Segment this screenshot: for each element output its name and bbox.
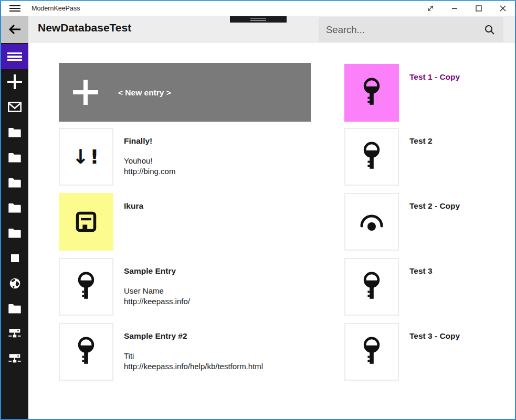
entry-notes: Titi [124,351,134,360]
back-button[interactable] [1,16,28,43]
new-entry-label: < New entry > [118,88,171,98]
back-arrow-icon [8,24,22,35]
diagonal-resize-icon [427,5,434,12]
entry-url: http://keepass.info/ [124,297,190,306]
app-title: ModernKeePass [31,5,80,12]
sidebar-item-folder-group[interactable] [1,120,28,145]
folder-icon [8,152,22,163]
globe-icon [9,277,21,289]
entry-row-test2-copy[interactable]: Test 2 - Copy [344,193,512,251]
entry-row-test3-copy[interactable]: Test 3 - Copy [344,323,512,381]
folder-icon [8,177,22,188]
search-icon [485,25,495,35]
folder-icon [8,202,22,213]
arc-dot-icon [359,211,385,232]
entry-row-sample-entry[interactable]: Sample Entry User Name http://keepass.in… [59,258,316,316]
entry-icon-tile [344,193,399,251]
search-box [319,17,503,42]
plus-icon [7,74,23,90]
entry-row-test2[interactable]: Test 2 [344,128,512,186]
key-icon [362,142,382,172]
search-input[interactable] [326,17,473,42]
square-icon [11,254,19,262]
key-icon [362,78,382,108]
maximize-button[interactable] [467,1,491,16]
entry-icon-tile [59,193,113,251]
page-header: NewDatabaseTest [1,16,515,43]
sidebar-item-square-group[interactable] [1,245,28,271]
entry-notes: User Name [124,286,164,295]
entry-title: Ikura [124,201,334,211]
folder-icon [8,303,22,314]
command-bar-more-handle[interactable] [230,16,287,23]
entry-title: Finally! [124,136,334,146]
entry-row-ikura[interactable]: Ikura [59,193,316,251]
entry-title: Test 3 - Copy [409,331,516,341]
close-icon [500,5,506,12]
folder-icon [8,228,22,239]
sidebar-item-mail-group[interactable] [1,94,28,120]
entry-grid: < New entry > ↓! Finally! Youhou! http:/… [28,43,515,419]
titlebar-hamburger-icon[interactable] [9,5,20,12]
hamburger-icon [7,52,22,55]
sidebar-menu-toggle[interactable] [1,44,28,69]
entry-row-test1-copy[interactable]: Test 1 - Copy [344,64,512,122]
sidebar [1,43,28,419]
page-title: NewDatabaseTest [38,21,131,34]
app-window: ModernKeePass [0,0,516,420]
sidebar-item-folder-group[interactable] [1,145,28,170]
maximize-icon [476,5,482,12]
key-icon [76,272,96,302]
sidebar-item-internet-group[interactable] [1,271,28,296]
entry-icon-tile [344,323,399,381]
sidebar-item-folder-group[interactable] [1,296,28,321]
entry-title: Test 3 [409,266,516,276]
key-icon [362,272,382,302]
entry-icon-tile [59,258,113,316]
entry-row-sample-entry-2[interactable]: Sample Entry #2 Titi http://keepass.info… [59,323,316,381]
entry-notes: Youhou! [124,156,153,165]
sidebar-item-folder-group[interactable] [1,195,28,220]
entry-url: http://keepass.info/help/kb/testform.htm… [124,362,263,371]
key-icon [76,337,96,367]
mail-icon [8,102,22,112]
entry-icon-tile [344,128,399,186]
search-button[interactable] [479,17,500,42]
key-icon [362,337,382,367]
entry-icon-tile [344,64,399,122]
fullscreen-button[interactable] [418,1,443,16]
sidebar-item-add[interactable] [1,69,28,94]
entry-title: Sample Entry [124,266,334,276]
new-entry-tile[interactable]: < New entry > [59,63,311,122]
entry-url: http://bing.com [124,167,175,176]
entry-icon-tile [59,323,113,381]
sidebar-item-network-group[interactable] [1,321,28,346]
close-button[interactable] [491,1,515,16]
entry-icon-tile: ↓! [59,128,113,186]
entry-title: Test 2 [409,136,516,146]
plus-icon [73,80,98,105]
network-drive-icon [8,328,22,339]
network-drive-icon [8,353,22,364]
download-important-icon: ↓! [72,147,100,167]
entry-title: Test 2 - Copy [409,201,516,211]
sidebar-item-folder-group[interactable] [1,220,28,245]
folder-icon [8,127,22,138]
entry-title: Sample Entry #2 [124,331,334,341]
titlebar: ModernKeePass [1,1,515,16]
entry-row-finally[interactable]: ↓! Finally! Youhou! http://bing.com [59,128,316,186]
sidebar-item-folder-group[interactable] [1,170,28,195]
entry-icon-tile [344,258,399,316]
entry-row-test3[interactable]: Test 3 [344,258,512,316]
minimize-button[interactable] [443,1,467,16]
window-controls [418,1,515,16]
minimize-icon [451,5,458,12]
sidebar-item-network-group[interactable] [1,346,28,371]
floppy-disk-icon [75,210,98,233]
entry-title: Test 1 - Copy [409,72,516,82]
